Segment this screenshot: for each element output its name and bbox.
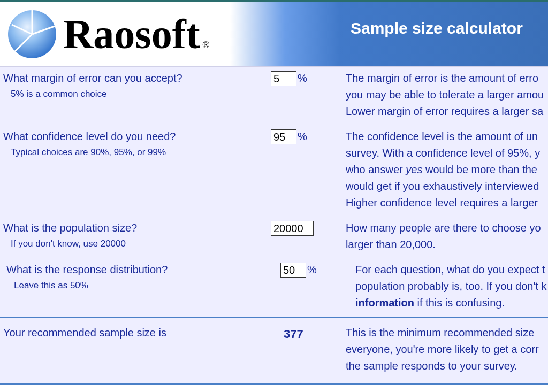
header: Raosoft® Sample size calculator (0, 2, 548, 66)
row-confidence-level: What confidence level do you need? Typic… (0, 125, 548, 217)
logo-area: Raosoft® (0, 2, 200, 66)
margin-description: The margin of error is the amount of err… (346, 71, 548, 121)
population-description: How many people are there to choose yo l… (346, 221, 548, 254)
brand-logo-icon (5, 7, 59, 61)
population-question: What is the population size? (3, 221, 265, 235)
row-response-distribution: What is the response distribution? Leave… (0, 258, 548, 317)
confidence-question: What confidence level do you need? (3, 129, 265, 143)
page-title: Sample size calculator (351, 19, 523, 37)
row-margin-of-error: What margin of error can you accept? 5% … (0, 67, 548, 125)
population-input[interactable] (271, 221, 314, 236)
margin-hint: 5% is a common choice (3, 88, 265, 100)
result-description: This is the minimum recommended size eve… (346, 326, 548, 375)
result-label: Your recommended sample size is (3, 326, 265, 340)
response-input[interactable] (280, 263, 306, 278)
row-population-size: What is the population size? If you don'… (0, 217, 548, 258)
brand-name: Raosoft® (63, 10, 200, 58)
population-hint: If you don't know, use 20000 (3, 238, 265, 250)
confidence-input[interactable] (271, 129, 296, 144)
result-value: 377 (271, 326, 346, 375)
margin-question: What margin of error can you accept? (3, 71, 265, 85)
footer-promo: Online surveys with Vovici have completi (0, 385, 548, 392)
response-question: What is the response distribution? (6, 263, 269, 276)
response-unit: % (307, 263, 317, 276)
confidence-unit: % (298, 129, 307, 143)
margin-input[interactable] (271, 71, 296, 86)
row-result: Your recommended sample size is 377 This… (0, 317, 548, 385)
response-description: For each question, what do you expect t … (349, 263, 548, 312)
registered-mark: ® (202, 40, 210, 51)
calculator-form: What margin of error can you accept? 5% … (0, 66, 548, 385)
confidence-hint: Typical choices are 90%, 95%, or 99% (3, 147, 265, 158)
confidence-description: The confidence level is the amount of un… (346, 129, 548, 212)
response-hint: Leave this as 50% (6, 280, 269, 291)
margin-unit: % (298, 71, 307, 85)
